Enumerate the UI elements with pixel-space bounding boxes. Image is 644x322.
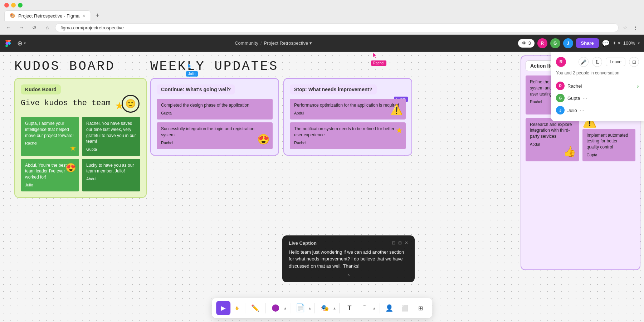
sticker-tool-group: 🎭 ▲ xyxy=(318,301,336,315)
voice-own-avatar: R xyxy=(556,57,566,67)
julio-cursor-label: Julio xyxy=(186,71,198,77)
bottom-toolbar: ▶ ✋ ✏️ ▲ 📄 ▲ 🎭 ▲ xyxy=(212,298,432,318)
share-button[interactable]: Share xyxy=(576,38,599,48)
live-caption-collapse-icon[interactable]: ∧ xyxy=(289,272,408,277)
frame-tool-button[interactable]: ⬜ xyxy=(398,301,412,315)
continue-board: Continue: What's going well? Completed t… xyxy=(150,78,279,156)
toolbar-separator-1 xyxy=(245,303,245,313)
kudos-board: Kudos Board Give kudos the team ★ 🙂 Gupt… xyxy=(14,78,147,198)
select-tool-button[interactable]: ▶ xyxy=(216,301,230,315)
text-tool-group: T ⌒ ▲ xyxy=(342,301,376,315)
move-tool-dropdown: ▾ xyxy=(24,41,26,45)
avatar-rachel[interactable]: R xyxy=(537,38,547,48)
voice-panel: R 🎤 ⇅ Leave ⊡ You and 2 people in conver… xyxy=(551,52,644,121)
tab-close-icon[interactable]: ✕ xyxy=(82,14,86,18)
continue-note-1[interactable]: Completed the design phase of the applic… xyxy=(157,99,273,119)
breadcrumb-community[interactable]: Community xyxy=(235,40,258,46)
live-caption-pip-icon[interactable]: ⊡ xyxy=(392,240,395,245)
ai-icon: ✦ xyxy=(613,40,616,46)
canvas: R 🎤 ⇅ Leave ⊡ You and 2 people in conver… xyxy=(0,52,644,322)
reload-button[interactable]: ↺ xyxy=(29,23,39,33)
pencil-tool-icon: ✏️ xyxy=(251,304,259,312)
kudos-note-4[interactable]: Lucky to have you as our team member, Ju… xyxy=(82,159,140,192)
action-note-3-text: Research and explore integration with th… xyxy=(530,122,572,139)
kudos-section: KUDOS BOARD Kudos Board Give kudos the t… xyxy=(14,59,147,198)
updates-section: WEEKLY UPDATES Rachel Julio Continue: Wh… xyxy=(150,59,422,156)
address-bar[interactable]: figma.com/projectretrospective xyxy=(55,23,619,32)
stop-note-1[interactable]: Performance optimization for the applica… xyxy=(290,99,406,119)
back-button[interactable]: ← xyxy=(4,23,14,33)
new-tab-button[interactable]: + xyxy=(92,11,102,21)
bookmark-icon[interactable]: ☆ xyxy=(623,25,628,30)
live-caption-expand-icon[interactable]: ⊞ xyxy=(398,240,402,245)
toolbar-right: 👁 3 R G J Share 💬 ✦ ▾ 100% ▾ xyxy=(518,38,640,48)
mute-button[interactable]: 🎤 xyxy=(579,57,589,67)
stop-note-2[interactable]: The notification system needs to be refi… xyxy=(290,122,406,149)
julio-cursor: Julio xyxy=(186,63,198,77)
sticky-tool-group: 📄 ▲ xyxy=(293,301,312,315)
sticker-tool-button[interactable]: 🎭 xyxy=(318,301,332,315)
kudos-note-1[interactable]: Gupta, I admire your intelligence that h… xyxy=(21,117,79,156)
person-tool-button[interactable]: 👤 xyxy=(382,301,396,315)
live-caption-header: Live Caption ⊡ ⊞ ✕ xyxy=(289,240,408,246)
shape-purple-tool[interactable] xyxy=(268,301,283,315)
kudos-note-3[interactable]: Abdul, You're the best team leader I've … xyxy=(21,159,79,192)
share-screen-button[interactable]: ⊡ xyxy=(629,57,639,67)
kudos-note-2-author: Gupta xyxy=(86,147,136,152)
participant-name-rachel: Rachel xyxy=(567,83,582,89)
avatar-gupta-voice: G xyxy=(556,94,565,102)
sticky-tool-button[interactable]: 📄 xyxy=(293,301,307,315)
action-note-3[interactable]: Research and explore integration with th… xyxy=(526,118,579,162)
live-caption-title: Live Caption xyxy=(289,240,317,246)
figma-logo[interactable] xyxy=(4,40,11,47)
close-button[interactable] xyxy=(4,3,9,8)
grid-tool-button[interactable]: ⊞ xyxy=(414,301,428,315)
active-tab[interactable]: 🎨 Project Retrospective - Figma ✕ xyxy=(4,10,91,21)
continue-label: Continue: What's going well? xyxy=(157,84,235,94)
toolbar-separator-2 xyxy=(265,303,265,313)
kudos-note-3-text: Abdul, You're the best team leader I've … xyxy=(25,163,67,180)
zoom-level[interactable]: 100% xyxy=(623,40,635,46)
continue-note-2-text: Successfully integration the login and r… xyxy=(161,126,254,137)
menu-icon[interactable]: ⋮ xyxy=(630,23,640,33)
avatar-gupta[interactable]: G xyxy=(550,38,560,48)
pencil-tool-button[interactable]: ✏️ xyxy=(248,301,262,315)
breadcrumb-separator: / xyxy=(260,40,262,46)
audio-settings-button[interactable]: ⇅ xyxy=(592,57,602,67)
live-caption-close-icon[interactable]: ✕ xyxy=(405,240,408,245)
zoom-dropdown-icon[interactable]: ▾ xyxy=(638,41,640,45)
move-tool-icon: ⊕ xyxy=(17,39,23,47)
gupta-indicator: ··· xyxy=(583,95,587,101)
continue-note-2[interactable]: Successfully integration the login and r… xyxy=(157,122,273,149)
leave-button[interactable]: Leave xyxy=(606,58,625,66)
connector-tool-button[interactable]: ⌒ xyxy=(357,301,372,315)
observers-count: 3 xyxy=(528,40,531,46)
kudos-notes-grid: Gupta, I admire your intelligence that h… xyxy=(21,117,140,191)
breadcrumb-title[interactable]: Project Retrospective ▾ xyxy=(264,40,312,46)
text-tool-button[interactable]: T xyxy=(342,301,357,315)
observers-button[interactable]: 👁 3 xyxy=(518,39,534,48)
sticky-chevron-icon: ▲ xyxy=(308,306,312,310)
star-icon-stop: ★ xyxy=(396,125,403,136)
move-tool[interactable]: ⊕ ▾ xyxy=(14,38,29,49)
continue-note-1-text: Completed the design phase of the applic… xyxy=(161,103,249,108)
toolbar-separator-3 xyxy=(290,303,290,313)
avatar-julio[interactable]: J xyxy=(563,38,573,48)
kudos-note-4-author: Abdul xyxy=(86,176,136,182)
kudos-note-2[interactable]: Rachel, You have saved our time last wee… xyxy=(82,117,140,156)
action-note-4[interactable]: Implement automated testing for better q… xyxy=(582,129,636,162)
action-note-4-container: ⚠️ Implement automated testing for bette… xyxy=(582,118,636,162)
home-button[interactable]: ⌂ xyxy=(42,23,52,33)
sticker-chevron-icon: ▲ xyxy=(333,306,336,310)
maximize-button[interactable] xyxy=(18,3,23,8)
voice-controls: 🎤 ⇅ Leave ⊡ xyxy=(579,57,639,67)
forward-button[interactable]: → xyxy=(16,23,26,33)
ai-button[interactable]: ✦ ▾ xyxy=(613,40,620,46)
chat-icon[interactable]: 💬 xyxy=(602,39,610,47)
participant-name-gupta: Gupta xyxy=(567,96,580,101)
toolbar-separator-4 xyxy=(314,303,315,313)
figma-toolbar: ⊕ ▾ Community / Project Retrospective ▾ … xyxy=(0,35,644,52)
kudos-note-1-text: Gupta, I admire your intelligence that h… xyxy=(25,121,74,138)
minimize-button[interactable] xyxy=(11,3,16,8)
stop-note-2-text: The notification system needs to be refi… xyxy=(294,126,394,137)
